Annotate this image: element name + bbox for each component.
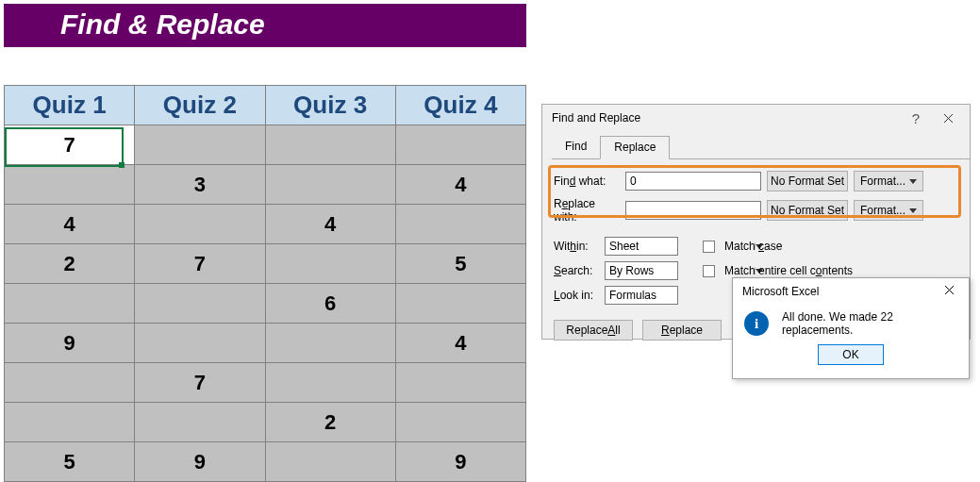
tab-replace[interactable]: Replace (600, 136, 670, 159)
cell[interactable]: 2 (265, 403, 395, 442)
match-entire-label[interactable]: Match entire cell contents (724, 264, 853, 277)
lookin-label: Look in: (554, 289, 599, 302)
msgbox-text: All done. We made 22 replacements. (782, 310, 957, 337)
search-combo[interactable] (605, 261, 678, 280)
cell[interactable]: 7 (135, 363, 265, 403)
replace-button[interactable]: Replace (642, 320, 722, 341)
cell[interactable] (265, 324, 395, 363)
find-format-button[interactable]: Format... (854, 171, 923, 191)
cell[interactable] (265, 363, 395, 403)
cell[interactable]: 7 (5, 125, 135, 165)
close-icon[interactable] (932, 113, 964, 124)
replace-with-label: Replace with: (554, 197, 620, 224)
find-what-combo[interactable] (625, 172, 761, 191)
chevron-down-icon[interactable] (909, 175, 917, 188)
help-icon[interactable]: ? (900, 110, 932, 126)
cell[interactable]: 9 (395, 442, 525, 482)
within-combo[interactable] (605, 237, 678, 256)
cell[interactable]: 6 (265, 284, 395, 324)
chevron-down-icon[interactable] (909, 204, 917, 217)
replace-with-combo[interactable] (625, 201, 761, 220)
cell[interactable] (135, 205, 265, 244)
cell[interactable] (135, 125, 265, 165)
cell[interactable] (395, 125, 525, 165)
msgbox-title: Microsoft Excel (742, 285, 933, 298)
cell[interactable]: 5 (395, 244, 525, 284)
cell[interactable]: 4 (5, 205, 135, 244)
replace-format-button[interactable]: Format... (854, 200, 923, 221)
page-title-banner: Find & Replace (4, 4, 526, 47)
cell[interactable]: 4 (265, 205, 395, 244)
col-header[interactable]: Quiz 2 (135, 86, 265, 125)
cell[interactable] (395, 205, 525, 244)
search-label: Search: (554, 264, 599, 277)
cell[interactable] (5, 363, 135, 403)
match-case-label[interactable]: Match case (724, 240, 782, 253)
find-what-input[interactable] (626, 173, 775, 190)
ok-button[interactable]: OK (818, 344, 884, 365)
cell[interactable]: 4 (395, 324, 525, 363)
info-icon: i (744, 311, 769, 336)
replace-all-button[interactable]: Replace All (554, 320, 633, 341)
cell[interactable] (135, 403, 265, 442)
cell[interactable] (395, 363, 525, 403)
cell[interactable] (395, 284, 525, 324)
quiz-table[interactable]: Quiz 1 Quiz 2 Quiz 3 Quiz 4 734442756947… (4, 85, 526, 482)
dialog-title: Find and Replace (552, 111, 900, 125)
cell[interactable] (395, 403, 525, 442)
cell[interactable] (265, 125, 395, 165)
tab-find[interactable]: Find (552, 136, 600, 159)
cell[interactable]: 2 (5, 244, 135, 284)
lookin-combo[interactable] (605, 286, 678, 305)
cell[interactable]: 7 (135, 244, 265, 284)
close-icon[interactable] (933, 285, 965, 298)
cell[interactable] (135, 324, 265, 363)
cell[interactable] (5, 165, 135, 205)
cell[interactable]: 4 (395, 165, 525, 205)
cell[interactable] (5, 403, 135, 442)
cell[interactable] (5, 284, 135, 324)
within-label: Within: (554, 240, 599, 253)
cell[interactable] (265, 442, 395, 482)
replace-with-input[interactable] (626, 202, 775, 219)
find-what-label: Find what: (554, 175, 620, 188)
cell[interactable] (265, 244, 395, 284)
info-message-box: Microsoft Excel i All done. We made 22 r… (732, 277, 970, 379)
cell[interactable] (135, 284, 265, 324)
find-format-preview: No Format Set (767, 171, 848, 191)
cell[interactable]: 9 (5, 324, 135, 363)
cell[interactable]: 9 (135, 442, 265, 482)
match-entire-checkbox[interactable] (703, 265, 715, 277)
col-header[interactable]: Quiz 4 (395, 86, 525, 125)
cell[interactable]: 5 (5, 442, 135, 482)
replace-format-preview: No Format Set (767, 200, 848, 221)
match-case-checkbox[interactable] (703, 241, 715, 253)
cell[interactable]: 3 (135, 165, 265, 205)
cell[interactable] (265, 165, 395, 205)
col-header[interactable]: Quiz 1 (5, 86, 135, 125)
col-header[interactable]: Quiz 3 (265, 86, 395, 125)
